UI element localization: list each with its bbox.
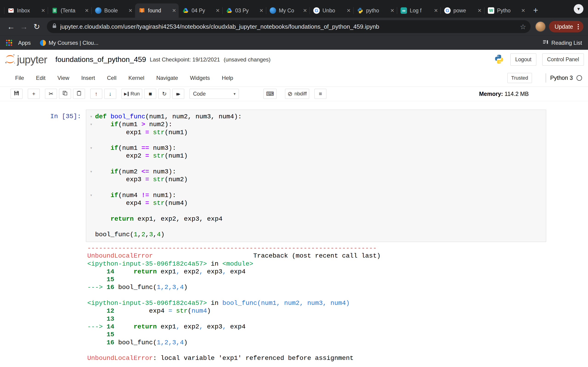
code-line: UnboundLocalError Traceback (most recent… — [87, 252, 380, 260]
tab-close-icon[interactable]: × — [347, 7, 351, 14]
code-fold-icon[interactable]: ▾ — [88, 121, 94, 128]
code-fold-icon[interactable]: ▾ — [88, 168, 94, 176]
bookmark-my-courses[interactable]: My Courses | Clou... — [40, 40, 99, 46]
tab-close-icon[interactable]: × — [259, 7, 263, 14]
menu-widgets[interactable]: Widgets — [184, 73, 216, 83]
trusted-button[interactable]: Trusted — [507, 73, 532, 83]
run-button[interactable]: ▶ Run — [121, 89, 142, 99]
url-bar[interactable]: jupyter.e.cloudxlab.com/user/tyagirashi4… — [47, 20, 531, 33]
cloudxlab-favicon-icon — [95, 7, 102, 14]
menu-insert[interactable]: Insert — [75, 73, 101, 83]
step-forward-icon: ▶ — [124, 92, 127, 96]
menu-navigate[interactable]: Navigate — [150, 73, 184, 83]
add-cell-button[interactable]: + — [28, 89, 40, 99]
notebook-menubar: FileEditViewInsertCellKernelNavigateWidg… — [0, 69, 588, 87]
copy-cell-button[interactable] — [59, 89, 71, 99]
tab-search-button[interactable]: ▾ — [574, 4, 583, 14]
browser-tab[interactable]: 03 Py× — [222, 3, 266, 18]
menu-edit[interactable]: Edit — [30, 73, 52, 83]
forward-button[interactable]: → — [17, 20, 30, 33]
code-line — [95, 207, 542, 215]
browser-tab[interactable]: found× — [135, 3, 179, 18]
restart-kernel-button[interactable]: ↻ — [158, 89, 170, 99]
tab-close-icon[interactable]: × — [521, 7, 525, 14]
back-button[interactable]: ← — [5, 20, 17, 33]
kernel-idle-icon — [577, 75, 582, 81]
code-cell[interactable]: ▾def bool_func(num1, num2, num3, num4):▾… — [86, 110, 546, 242]
code-line — [95, 136, 542, 144]
more-menu-icon[interactable] — [576, 24, 580, 29]
bookmark-star-icon[interactable]: ☆ — [520, 23, 526, 31]
command-palette-button[interactable]: ⌨ — [263, 89, 277, 99]
kernel-name: Python 3 — [550, 75, 573, 81]
move-cell-up-button[interactable]: ↑ — [90, 89, 102, 99]
browser-tab[interactable]: 04 Py× — [179, 3, 222, 18]
clipboard-icon — [76, 90, 82, 97]
refresh-icon: ↻ — [162, 91, 166, 97]
cell-code[interactable]: ▾def bool_func(num1, num2, num3, num4):▾… — [86, 110, 546, 242]
code-fold-icon[interactable]: ▾ — [88, 144, 94, 152]
restart-run-all-button[interactable]: ▶▶ — [172, 89, 184, 99]
code-line: exp1 = str(num1) — [95, 129, 542, 136]
drive-favicon-icon — [226, 7, 233, 14]
tab-close-icon[interactable]: × — [390, 7, 394, 14]
browser-tab[interactable]: ∞Log f× — [397, 3, 441, 18]
w3schools-favicon-icon: W — [488, 7, 494, 14]
browser-tab[interactable]: Boole× — [91, 3, 135, 18]
apps-shortcut[interactable]: Apps — [6, 40, 31, 46]
tab-close-icon[interactable]: × — [216, 7, 220, 14]
control-panel-button[interactable]: Control Panel — [542, 53, 584, 66]
browser-tab[interactable]: (Tenta× — [48, 3, 91, 18]
tab-close-icon[interactable]: × — [172, 7, 176, 14]
browser-tab[interactable]: GUnbo× — [310, 3, 353, 18]
arrow-down-icon: ↓ — [109, 91, 112, 97]
tab-close-icon[interactable]: × — [85, 7, 89, 14]
move-cell-down-button[interactable]: ↓ — [104, 89, 116, 99]
tab-close-icon[interactable]: × — [129, 7, 132, 14]
google-favicon-icon: G — [444, 7, 451, 14]
nbdiff-button[interactable]: ⊘ nbdiff — [285, 89, 309, 99]
menu-items: FileEditViewInsertCellKernelNavigateWidg… — [9, 73, 239, 83]
menu-view[interactable]: View — [52, 73, 75, 83]
menu-kernel[interactable]: Kernel — [122, 73, 150, 83]
tab-close-icon[interactable]: × — [478, 7, 481, 14]
browser-tab[interactable]: Inbox× — [4, 3, 48, 18]
fast-forward-icon: ▶▶ — [176, 92, 181, 96]
menu-cell[interactable]: Cell — [101, 73, 122, 83]
browser-tab[interactable]: My Co× — [266, 3, 310, 18]
tab-close-icon[interactable]: × — [303, 7, 307, 14]
table-of-contents-button[interactable]: ≡ — [314, 89, 326, 99]
code-line: exp4 = str(num4) — [95, 199, 542, 207]
url-text[interactable]: jupyter.e.cloudxlab.com/user/tyagirashi4… — [60, 23, 517, 30]
reload-button[interactable]: ↻ — [30, 20, 43, 33]
save-button[interactable] — [10, 89, 23, 99]
code-line: ----------------------------------------… — [87, 244, 380, 252]
browser-tab[interactable]: WPytho× — [484, 3, 528, 18]
cell-type-select[interactable]: Code ▾ — [190, 89, 239, 99]
profile-avatar[interactable] — [535, 21, 546, 32]
unsaved-changes-text: (unsaved changes) — [224, 56, 271, 63]
tab-label: Log f — [410, 8, 431, 14]
code-fold-icon[interactable]: ▾ — [88, 113, 94, 121]
apps-grid-icon — [6, 40, 12, 46]
jupyter-logo[interactable]: jupyter — [4, 53, 47, 66]
new-tab-button[interactable]: + — [530, 5, 541, 16]
update-button[interactable]: Update — [549, 21, 583, 32]
reading-list-button[interactable]: Reading List — [542, 39, 582, 47]
menu-file[interactable]: File — [9, 73, 30, 83]
code-line: ▾ if(num1 > num2): — [95, 121, 542, 128]
menu-help[interactable]: Help — [216, 73, 239, 83]
code-line: exp2 = str(num1) — [95, 152, 542, 160]
notebook-title[interactable]: foundations_of_python_459 — [55, 55, 146, 64]
interrupt-kernel-button[interactable]: ■ — [144, 89, 156, 99]
code-line: bool_func(1,2,3,4) — [95, 231, 542, 239]
cut-cell-button[interactable]: ✂ — [45, 89, 57, 99]
browser-tab[interactable]: Gpowe× — [441, 3, 484, 18]
arrow-up-icon: ↑ — [95, 91, 98, 97]
logout-button[interactable]: Logout — [510, 53, 536, 66]
browser-tab[interactable]: pytho× — [353, 3, 397, 18]
tab-close-icon[interactable]: × — [41, 7, 45, 14]
tab-close-icon[interactable]: × — [434, 7, 438, 14]
paste-cell-button[interactable] — [73, 89, 85, 99]
code-fold-icon[interactable]: ▾ — [88, 192, 94, 199]
